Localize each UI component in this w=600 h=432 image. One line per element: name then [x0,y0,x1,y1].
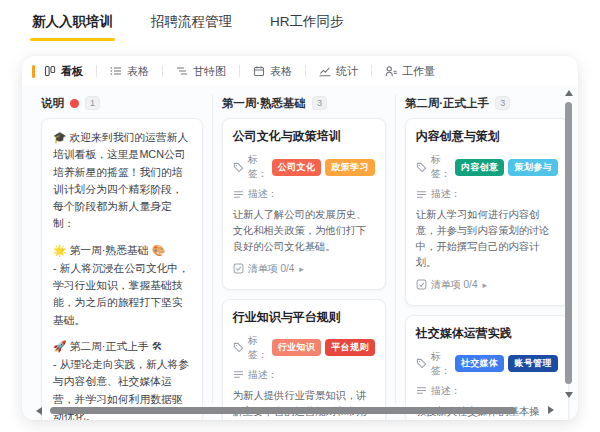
column-title: 说明 [41,96,64,111]
column-week1: 第一周·熟悉基础 3 公司文化与政策培训 标签： 公司文化 政策学习 描述： [213,92,395,420]
card-desc-row: 描述： [233,368,375,382]
column-notes: 说明 1 🎓 欢迎来到我们的运营新人培训看板，这里是MCN公司培养新星的摇篮！我… [32,92,212,420]
card-tags-row: 标签： 内容创意 策划参与 [416,153,558,181]
tag-icon [233,342,244,353]
tags-label: 标签： [431,350,451,378]
red-dot-indicator [70,99,79,108]
task-card[interactable]: 内容创意与策划 标签： 内容创意 策划参与 描述： 让新人学习如何进行内容创意，… [405,118,569,306]
description-icon [233,369,244,380]
view-kanban[interactable]: 看板 [44,56,96,86]
person-icon [385,65,397,77]
tags-label: 标签： [431,153,451,181]
tab-label: 新人入职培训 [32,14,113,29]
vertical-scrollbar[interactable] [564,90,574,398]
task-card[interactable]: 公司文化与政策培训 标签： 公司文化 政策学习 描述： 让新人了解公司的发展历史… [222,118,386,290]
scroll-left-arrow-icon[interactable] [36,407,42,415]
list-icon [110,65,122,77]
column-count-badge: 3 [495,96,510,110]
tag-chip[interactable]: 社交媒体 [455,355,505,372]
card-tags-row: 标签： 公司文化 政策学习 [233,153,375,181]
view-table[interactable]: 表格 [97,56,162,86]
column-title: 第二周·正式上手 [405,96,489,111]
scroll-down-arrow-icon[interactable] [565,392,573,398]
active-tab-underline [30,38,115,41]
tag-chip[interactable]: 策划参与 [508,159,558,176]
scroll-right-arrow-icon[interactable] [548,406,554,414]
card-tags-row: 标签： 行业知识 平台规则 [233,334,375,362]
view-label: 工作量 [402,64,435,79]
description-icon [233,189,244,200]
tag-icon [416,358,427,369]
workspace-tabs: 新人入职培训 招聘流程管理 HR工作同步 [32,13,344,41]
card-checklist-row[interactable]: 清单项 0/4 ▸ [233,262,375,276]
checklist-icon [416,279,427,290]
tags-label: 标签： [248,153,268,181]
card-desc-row: 描述： [233,187,375,201]
column-week2: 第二周·正式上手 3 内容创意与策划 标签： 内容创意 策划参与 描述： [396,92,578,420]
desc-label: 描述： [431,384,461,398]
note-card[interactable]: 🎓 欢迎来到我们的运营新人培训看板，这里是MCN公司培养新星的摇篮！我们的培训计… [41,118,203,420]
card-checklist-row[interactable]: 清单项 0/4 ▸ [416,278,558,292]
kanban-board: 说明 1 🎓 欢迎来到我们的运营新人培训看板，这里是MCN公司培养新星的摇篮！我… [22,86,578,420]
tab-label: HR工作同步 [270,14,344,29]
card-desc-row: 描述： [416,187,558,201]
note-heading: 🚀 第二周·正式上手 🛠 [53,338,191,355]
tab-label: 招聘流程管理 [151,14,232,29]
card-description: 为新人提供行业背景知识，讲解主要平台的运营规则和常用行业术语。 [233,388,375,420]
checklist-label: 清单项 0/4 [248,262,295,276]
card-title: 社交媒体运营实践 [416,325,558,342]
view-calendar[interactable]: 表格 [240,56,305,86]
card-tags-row: 标签： 社交媒体 账号管理 [416,350,558,378]
vertical-scrollbar-thumb[interactable] [565,102,572,384]
view-workload[interactable]: 工作量 [372,56,448,86]
tag-chip[interactable]: 账号管理 [508,355,558,372]
column-title: 第一周·熟悉基础 [222,96,306,111]
horizontal-scrollbar-thumb[interactable] [50,407,516,414]
tag-chip[interactable]: 行业知识 [272,339,322,356]
expand-arrow-icon[interactable]: ▸ [482,280,487,290]
column-count-badge: 1 [85,96,100,110]
column-header: 第一周·熟悉基础 3 [222,92,386,114]
view-stats[interactable]: 统计 [306,56,371,86]
tag-chip[interactable]: 内容创意 [455,159,505,176]
tag-chip[interactable]: 平台规则 [325,339,375,356]
tab-onboarding-training[interactable]: 新人入职培训 [32,13,113,41]
view-gantt[interactable]: 甘特图 [163,56,239,86]
tag-chip[interactable]: 公司文化 [272,159,322,176]
card-title: 公司文化与政策培训 [233,128,375,145]
expand-arrow-icon[interactable]: ▸ [299,264,304,274]
card-title: 行业知识与平台规则 [233,309,375,326]
kanban-icon [44,65,56,77]
scroll-up-arrow-icon[interactable] [565,90,573,96]
checklist-label: 清单项 0/4 [431,278,478,292]
desc-label: 描述： [248,187,278,201]
tag-chip[interactable]: 政策学习 [325,159,375,176]
horizontal-scrollbar[interactable] [36,406,548,415]
task-card[interactable]: 社交媒体运营实践 标签： 社交媒体 账号管理 描述： 教授新人社交媒体的基本操作… [405,315,569,420]
card-title: 内容创意与策划 [416,128,558,145]
tab-recruiting-process[interactable]: 招聘流程管理 [151,13,232,41]
tags-label: 标签： [248,334,268,362]
card-desc-row: 描述： [416,384,558,398]
column-header: 第二周·正式上手 3 [405,92,569,114]
task-card[interactable]: 行业知识与平台规则 标签： 行业知识 平台规则 描述： 为新人提供行业背景知识，… [222,299,386,420]
app-window: 新人入职培训 招聘流程管理 HR工作同步 看板 表格 [0,0,600,432]
desc-label: 描述： [248,368,278,382]
view-label: 表格 [127,64,149,79]
calendar-icon [253,65,265,77]
column-count-badge: 3 [312,96,327,110]
card-description: 让新人学习如何进行内容创意，并参与到内容策划的讨论中，开始撰写自己的内容计划。 [416,207,558,271]
board-panel: 看板 表格 甘特图 表格 [22,56,578,420]
card-description: 让新人了解公司的发展历史、文化和相关政策，为他们打下良好的公司文化基础。 [233,207,375,255]
chart-icon [319,65,331,77]
view-label: 看板 [61,64,83,79]
view-label: 甘特图 [193,64,226,79]
description-icon [416,385,427,396]
checklist-icon [233,263,244,274]
tab-hr-sync[interactable]: HR工作同步 [270,13,344,41]
view-label: 统计 [336,64,358,79]
description-icon [416,189,427,200]
note-paragraph: - 新人将沉浸在公司文化中，学习行业知识，掌握基础技能，为之后的旅程打下坚实基础… [53,260,191,329]
note-paragraph: 🎓 欢迎来到我们的运营新人培训看板，这里是MCN公司培养新星的摇篮！我们的培训计… [53,129,191,233]
view-label: 表格 [270,64,292,79]
